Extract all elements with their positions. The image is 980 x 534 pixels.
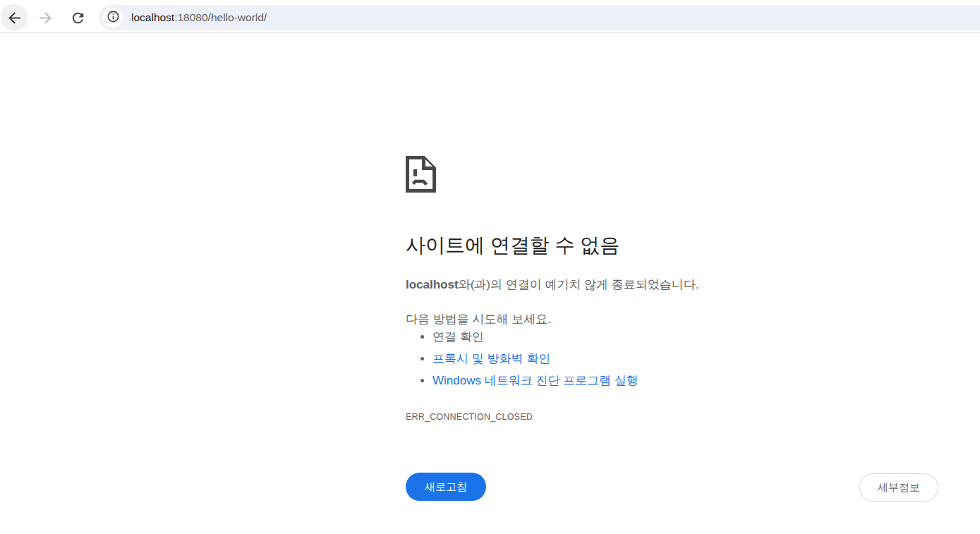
forward-icon	[37, 9, 54, 27]
browser-window: localhost:18080/hello-world/ 사이트에 연결할 수 …	[0, 0, 980, 534]
info-icon	[107, 10, 120, 26]
back-button[interactable]	[1, 4, 28, 31]
reload-icon	[70, 10, 86, 26]
refresh-button[interactable]: 새로고침	[406, 473, 486, 501]
suggestion-check-connection: 연결 확인	[432, 330, 639, 344]
url-text[interactable]: localhost:18080/hello-world/	[131, 5, 267, 30]
details-button[interactable]: 세부정보	[859, 473, 938, 502]
browser-toolbar: localhost:18080/hello-world/	[0, 0, 980, 33]
forward-button[interactable]	[32, 4, 59, 31]
site-info-button[interactable]	[103, 8, 123, 28]
suggestions-list: 연결 확인 프록시 및 방화벽 확인 Windows 네트워크 진단 프로그램 …	[406, 330, 639, 396]
error-code: ERR_CONNECTION_CLOSED	[406, 412, 533, 422]
back-icon	[6, 9, 23, 27]
error-title: 사이트에 연결할 수 없음	[406, 232, 619, 259]
suggestion-check-proxy-firewall: 프록시 및 방화벽 확인	[432, 352, 639, 366]
sad-page-icon	[404, 156, 437, 195]
error-message: localhost와(과)의 연결이 예기치 않게 종료되었습니다.	[406, 277, 699, 293]
reload-button[interactable]	[64, 4, 91, 31]
url-bar[interactable]: localhost:18080/hello-world/	[99, 5, 980, 30]
error-message-host: localhost	[406, 278, 459, 291]
suggestions-title: 다음 방법을 시도해 보세요.	[406, 311, 551, 327]
proxy-firewall-link[interactable]: 프록시 및 방화벽 확인	[432, 352, 550, 365]
network-diagnostics-link[interactable]: Windows 네트워크 진단 프로그램 실행	[432, 374, 639, 387]
url-path: :18080/hello-world/	[174, 11, 267, 24]
suggestion-run-network-diagnostics: Windows 네트워크 진단 프로그램 실행	[432, 374, 639, 388]
error-message-rest: 와(과)의 연결이 예기치 않게 종료되었습니다.	[459, 278, 699, 291]
url-host: localhost	[131, 11, 174, 24]
